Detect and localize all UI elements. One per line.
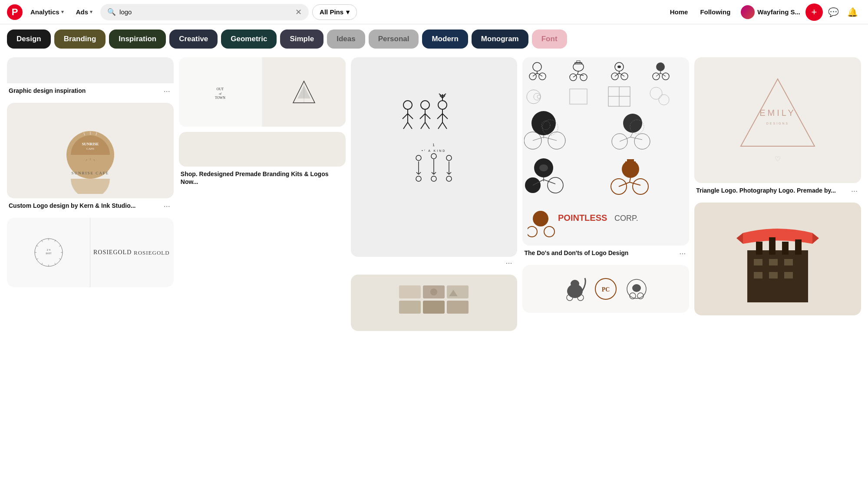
svg-rect-175 [754, 272, 762, 278]
svg-text:EMILY: EMILY [759, 108, 796, 118]
svg-line-16 [55, 263, 56, 265]
pin-image[interactable] [179, 132, 346, 167]
svg-line-18 [42, 263, 43, 265]
tag-pill-creative[interactable]: Creative [169, 29, 218, 49]
pin-card: POINTLESS CORP. The Do's and Don'ts of L… [522, 57, 689, 260]
home-link[interactable]: Home [665, 6, 693, 18]
svg-line-43 [425, 122, 429, 129]
pin-image[interactable]: OUT of TOWN [179, 57, 346, 127]
messages-button[interactable]: 💬 [825, 3, 842, 21]
tag-pill-design[interactable]: Design [7, 29, 51, 49]
svg-line-36 [403, 122, 408, 129]
filter-chevron-icon: ▾ [346, 8, 350, 16]
svg-text:PC: PC [601, 286, 610, 293]
tag-pill-font[interactable]: Font [532, 29, 567, 49]
svg-line-144 [619, 182, 630, 187]
tag-pill-monogram[interactable]: Monogram [472, 29, 528, 49]
svg-rect-168 [756, 242, 762, 255]
pin-image[interactable] [694, 203, 861, 315]
tag-pill-modern[interactable]: Modern [422, 29, 468, 49]
add-pin-button[interactable]: + [805, 3, 823, 21]
tag-pill-simple[interactable]: Simple [280, 29, 323, 49]
pin-image[interactable]: POINTLESS CORP. [522, 57, 689, 246]
svg-rect-114 [608, 96, 619, 106]
svg-point-109 [537, 95, 541, 98]
svg-point-67 [431, 154, 436, 159]
svg-line-47 [442, 114, 448, 119]
tag-pill-personal[interactable]: Personal [369, 29, 419, 49]
filter-button[interactable]: All Pins ▾ [312, 4, 357, 20]
svg-point-160 [632, 284, 641, 292]
search-clear-icon[interactable]: ✕ [295, 7, 302, 17]
pin-card: PC [522, 265, 689, 313]
svg-rect-72 [399, 285, 421, 298]
svg-point-154 [571, 280, 579, 288]
svg-line-131 [630, 137, 642, 140]
pin-title: Shop. Redesigned Premade Branding Kits &… [181, 170, 344, 186]
svg-point-126 [623, 114, 642, 133]
svg-line-130 [620, 137, 630, 141]
svg-point-100 [617, 66, 621, 68]
tag-pill-geometric[interactable]: Geometric [221, 29, 277, 49]
pin-card: Graphic design inspiration ··· [7, 57, 174, 98]
pin-more-button[interactable]: ··· [849, 187, 859, 196]
tag-pill-ideas[interactable]: Ideas [327, 29, 365, 49]
svg-rect-76 [423, 301, 445, 314]
svg-rect-113 [619, 87, 630, 96]
pin-more-button[interactable]: ··· [162, 87, 172, 96]
pin-image[interactable]: PC [522, 265, 689, 313]
pin-image[interactable]: 2 4 EAST ROSIEGOLD ROSIEGOLD [7, 218, 174, 287]
pin-more-button[interactable]: ··· [677, 249, 687, 258]
pinterest-logo[interactable]: P [7, 4, 23, 20]
svg-line-106 [660, 73, 666, 76]
svg-text:EAST: EAST [46, 252, 51, 255]
pin-image[interactable] [351, 275, 518, 331]
tag-pill-inspiration[interactable]: Inspiration [109, 29, 166, 49]
pin-image[interactable]: 1 ᵒᶠ A KIND [351, 57, 518, 257]
svg-point-69 [416, 176, 421, 181]
ads-menu[interactable]: Ads ▾ [72, 6, 97, 18]
pointless-section: POINTLESS CORP. [522, 202, 689, 246]
user-menu[interactable]: Wayfaring S... [737, 3, 804, 21]
analytics-chevron-icon: ▾ [61, 9, 64, 15]
pin-more-button[interactable]: ··· [504, 259, 514, 268]
svg-point-66 [416, 155, 421, 161]
svg-text:TOWN: TOWN [215, 96, 225, 100]
tag-row: DesignBrandingInspirationCreativeGeometr… [0, 24, 868, 54]
svg-point-101 [656, 62, 665, 71]
tag-pill-branding[interactable]: Branding [54, 29, 106, 49]
svg-point-78 [430, 288, 437, 295]
pin-image[interactable]: SUNRISE CAFE SUNRISE CAFE [7, 103, 174, 198]
pin-more-button[interactable]: ··· [162, 202, 172, 211]
svg-rect-177 [784, 272, 793, 278]
svg-rect-77 [447, 301, 469, 314]
svg-line-35 [408, 114, 413, 119]
pin-card: EMILY DESIGNS ♡ Triangle Logo. Photograp… [694, 57, 861, 197]
search-input[interactable] [119, 8, 292, 16]
pin-card: 1 ᵒᶠ A KIND [351, 57, 518, 269]
svg-text:OUT: OUT [217, 87, 224, 91]
svg-rect-169 [769, 237, 776, 255]
svg-text:CAFE: CAFE [86, 147, 94, 151]
svg-point-148 [533, 211, 548, 226]
svg-line-143 [630, 178, 630, 182]
pin-image[interactable]: EMILY DESIGNS ♡ [694, 57, 861, 183]
svg-rect-147 [627, 159, 634, 163]
analytics-menu[interactable]: Analytics ▾ [26, 6, 68, 18]
svg-line-37 [408, 122, 412, 129]
svg-point-139 [539, 164, 548, 171]
svg-rect-174 [784, 259, 793, 265]
svg-line-129 [630, 133, 633, 137]
svg-line-15 [59, 259, 61, 259]
svg-line-19 [36, 259, 38, 259]
svg-rect-75 [399, 301, 421, 314]
notifications-button[interactable]: 🔔 [844, 3, 861, 21]
following-link[interactable]: Following [695, 6, 736, 18]
svg-text:ROSIEGOLD: ROSIEGOLD [134, 249, 170, 256]
pin-title: The Do's and Don'ts of Logo Design [524, 249, 677, 257]
search-icon: 🔍 [107, 8, 116, 16]
svg-line-46 [437, 114, 442, 119]
pin-card: Shop. Redesigned Premade Branding Kits &… [179, 132, 346, 187]
svg-rect-110 [570, 89, 587, 104]
svg-point-117 [659, 95, 669, 105]
